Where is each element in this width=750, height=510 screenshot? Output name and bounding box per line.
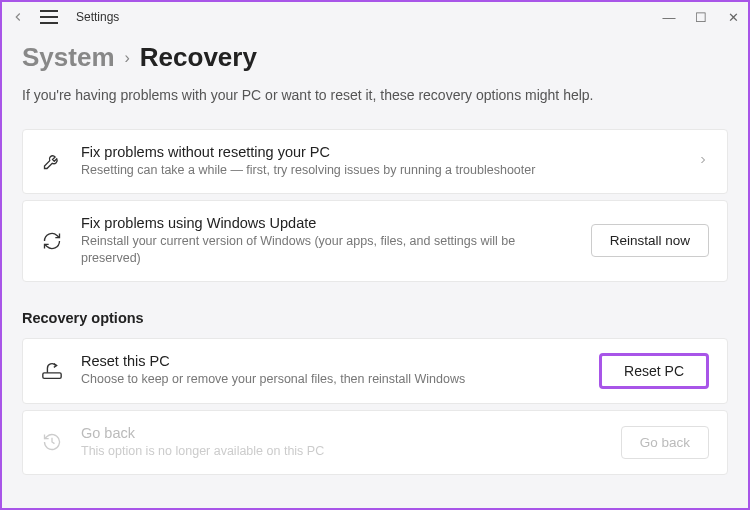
card-go-back: Go back This option is no longer availab… <box>22 410 728 475</box>
titlebar-left: Settings <box>10 9 119 25</box>
refresh-icon <box>41 230 63 252</box>
window-controls: — ☐ ✕ <box>662 10 740 25</box>
app-title: Settings <box>76 10 119 24</box>
intro-text: If you're having problems with your PC o… <box>22 87 728 103</box>
maximize-icon[interactable]: ☐ <box>694 10 708 25</box>
history-icon <box>41 431 63 453</box>
breadcrumb-parent[interactable]: System <box>22 42 115 73</box>
card-title: Go back <box>81 425 603 441</box>
card-sub: Choose to keep or remove your personal f… <box>81 371 581 388</box>
card-sub: Resetting can take a while — first, try … <box>81 162 679 179</box>
hamburger-icon[interactable] <box>40 10 58 24</box>
go-back-button: Go back <box>621 426 709 459</box>
reset-pc-button[interactable]: Reset PC <box>599 353 709 389</box>
section-heading: Recovery options <box>22 310 728 326</box>
reset-pc-icon <box>41 360 63 382</box>
breadcrumb-current: Recovery <box>140 42 257 73</box>
chevron-right-icon: › <box>125 49 130 67</box>
card-title: Fix problems without resetting your PC <box>81 144 679 160</box>
reinstall-now-button[interactable]: Reinstall now <box>591 224 709 257</box>
chevron-right-icon <box>697 152 709 170</box>
card-sub: Reinstall your current version of Window… <box>81 233 573 267</box>
card-windows-update: Fix problems using Windows Update Reinst… <box>22 200 728 282</box>
card-body: Fix problems using Windows Update Reinst… <box>81 215 573 267</box>
close-icon[interactable]: ✕ <box>726 10 740 25</box>
svg-rect-0 <box>43 372 61 378</box>
card-body: Go back This option is no longer availab… <box>81 425 603 460</box>
breadcrumb: System › Recovery <box>22 42 728 73</box>
card-body: Fix problems without resetting your PC R… <box>81 144 679 179</box>
content: System › Recovery If you're having probl… <box>2 32 748 501</box>
card-reset-pc: Reset this PC Choose to keep or remove y… <box>22 338 728 404</box>
card-title: Reset this PC <box>81 353 581 369</box>
card-body: Reset this PC Choose to keep or remove y… <box>81 353 581 388</box>
minimize-icon[interactable]: — <box>662 10 676 25</box>
card-troubleshoot[interactable]: Fix problems without resetting your PC R… <box>22 129 728 194</box>
card-sub: This option is no longer available on th… <box>81 443 603 460</box>
back-icon[interactable] <box>10 9 26 25</box>
titlebar: Settings — ☐ ✕ <box>2 2 748 32</box>
wrench-icon <box>41 150 63 172</box>
card-title: Fix problems using Windows Update <box>81 215 573 231</box>
